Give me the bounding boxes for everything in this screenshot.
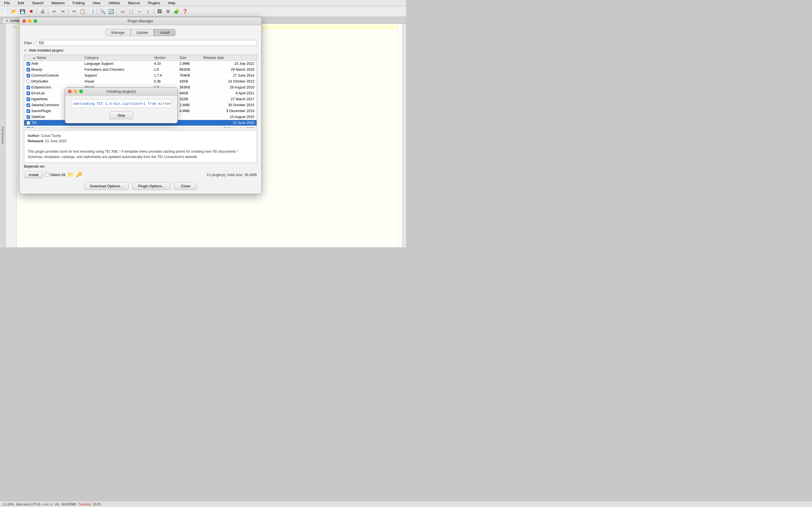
toolbar-plugins[interactable]: 🧩: [172, 8, 181, 15]
installing-dialog: Installing plugin(s) ownloading TEI-1.4-…: [65, 87, 177, 123]
plugin-category: Visual: [82, 78, 152, 84]
toolbar-save[interactable]: 💾: [18, 8, 27, 15]
window-maximize-button[interactable]: [34, 19, 37, 23]
plugin-date: 27 March 2017: [201, 96, 257, 102]
plugin-version: 0.3b: [152, 78, 177, 84]
col-name[interactable]: ▲Name: [24, 55, 82, 61]
folder-icon[interactable]: 📁: [67, 172, 73, 178]
toolbar-close[interactable]: ✖: [27, 8, 35, 15]
table-row[interactable]: DirtyGutterVisual0.3b42KB14 October 2013: [24, 78, 257, 84]
close-button[interactable]: Close: [174, 182, 197, 190]
toolbar-replace[interactable]: 🔄: [107, 8, 115, 15]
plugin-checkbox[interactable]: [27, 109, 30, 113]
plugin-options-button[interactable]: Plugin Options...: [132, 182, 171, 190]
filter-label: Filter :: [24, 41, 34, 45]
installing-minimize-button[interactable]: [73, 90, 77, 93]
select-all-label[interactable]: Select All: [50, 173, 65, 177]
download-options-button[interactable]: Download Options...: [84, 182, 129, 190]
toolbar-btn1[interactable]: ▭: [119, 8, 126, 15]
toolbar-btn3[interactable]: ↔: [136, 8, 144, 15]
menu-view[interactable]: View: [91, 0, 102, 6]
plugin-version: 4.10: [152, 61, 177, 67]
plugin-name-cell: Beauty: [24, 67, 82, 72]
tab-install[interactable]: Install: [154, 29, 175, 36]
plugin-checkbox[interactable]: [27, 98, 30, 101]
author-line: Author: Conal Tuohy: [28, 133, 253, 138]
toolbar-btn4[interactable]: ↕: [144, 8, 152, 15]
col-category[interactable]: Category: [82, 55, 152, 61]
filter-input[interactable]: [36, 40, 257, 46]
toolbar-img[interactable]: 🖼: [156, 8, 163, 15]
installing-window-controls: [68, 90, 83, 93]
table-row[interactable]: AntlrLanguage Support4.102,9MB23 July 20…: [24, 61, 257, 67]
toolbar-redo[interactable]: ↪: [59, 8, 66, 15]
plugin-checkbox[interactable]: [27, 62, 30, 66]
toolbar-new[interactable]: 📄: [2, 8, 10, 15]
installing-maximize-button[interactable]: [79, 90, 83, 93]
vertical-scrollbar[interactable]: [402, 24, 406, 247]
released-line: Released: 21 June 2020: [28, 138, 253, 144]
toolbar-search[interactable]: 🔍: [99, 8, 107, 15]
plugin-date: 29 March 2016: [201, 67, 257, 73]
plugin-checkbox[interactable]: [27, 121, 30, 125]
plugin-name-cell: CommonControls: [24, 73, 82, 78]
plugin-date: 10 August 2015: [201, 114, 257, 120]
plugin-checkbox[interactable]: [27, 68, 30, 71]
col-date[interactable]: Release date: [201, 55, 257, 61]
menu-search[interactable]: Search: [30, 0, 45, 6]
key-icon[interactable]: 🔑: [76, 172, 82, 178]
menu-markers[interactable]: Markers: [50, 0, 66, 6]
col-version[interactable]: Version: [152, 55, 177, 61]
table-row[interactable]: Templates23 September 2020: [24, 126, 257, 128]
plugin-size: 42KB: [177, 78, 201, 84]
menu-macros[interactable]: Macros: [126, 0, 142, 6]
plugin-name: SaxonPlugin: [31, 109, 51, 113]
tab-manage[interactable]: Manage: [105, 29, 131, 36]
installing-close-button[interactable]: [68, 90, 71, 93]
select-all-checkbox[interactable]: [45, 173, 49, 177]
plugin-checkbox[interactable]: [27, 127, 30, 128]
plugin-checkbox[interactable]: [27, 80, 30, 83]
menu-file[interactable]: File: [2, 0, 11, 6]
plugin-version: 1.7.4: [152, 73, 177, 78]
toolbar-settings[interactable]: ⚙: [164, 8, 172, 15]
toolbar-undo[interactable]: ↩: [50, 8, 58, 15]
plugin-date: 14 October 2013: [201, 78, 257, 84]
table-row[interactable]: BeautyFormatters and Checkers1.0881KB29 …: [24, 67, 257, 73]
plugin-size: 2,4MB: [177, 102, 201, 108]
col-size[interactable]: Size: [177, 55, 201, 61]
plugin-checkbox[interactable]: [27, 74, 30, 77]
depends-label: Depends on: [24, 165, 44, 168]
pm-footer: Download Options... Plugin Options... Cl…: [24, 182, 257, 190]
toolbar-copy[interactable]: 📋: [79, 8, 87, 15]
menu-edit[interactable]: Edit: [16, 0, 26, 6]
plugin-checkbox[interactable]: [27, 115, 30, 119]
plugin-checkbox[interactable]: [27, 86, 30, 89]
window-close-button[interactable]: [22, 19, 26, 23]
menu-help[interactable]: Help: [166, 0, 177, 6]
menu-plugins[interactable]: Plugins: [146, 0, 162, 6]
window-minimize-button[interactable]: [28, 19, 32, 23]
toolbar-paste[interactable]: 📑: [87, 8, 95, 15]
toolbar-open[interactable]: 📂: [10, 8, 18, 15]
hide-installed-label[interactable]: Hide installed plugins: [29, 48, 63, 52]
install-button[interactable]: Install: [24, 171, 43, 178]
plugin-checkbox[interactable]: [27, 92, 30, 95]
toolbar-print[interactable]: 🖨: [39, 8, 47, 15]
toolbar-help[interactable]: ❓: [181, 8, 189, 15]
plugin-name: Antlr: [31, 62, 39, 66]
toolbar-cut[interactable]: ✂: [70, 8, 78, 15]
toolbar-sep6: [154, 9, 154, 14]
menu-utilities[interactable]: Utilities: [107, 0, 122, 6]
plugin-size: [177, 114, 201, 120]
file-browser-sidebar[interactable]: File Browser: [0, 24, 6, 247]
description-text: This plugin provides tools for text enco…: [28, 149, 253, 160]
toolbar-btn2[interactable]: ⬚: [127, 8, 135, 15]
stop-button[interactable]: Stop: [109, 112, 133, 119]
pm-tabs: Manage Update Install: [24, 29, 257, 36]
select-all-row: Select All: [45, 173, 65, 177]
tab-update[interactable]: Update: [131, 29, 154, 36]
plugin-checkbox[interactable]: [27, 103, 30, 107]
table-row[interactable]: CommonControlsSupport1.7.4704KB27 June 2…: [24, 73, 257, 78]
menu-folding[interactable]: Folding: [71, 0, 87, 6]
